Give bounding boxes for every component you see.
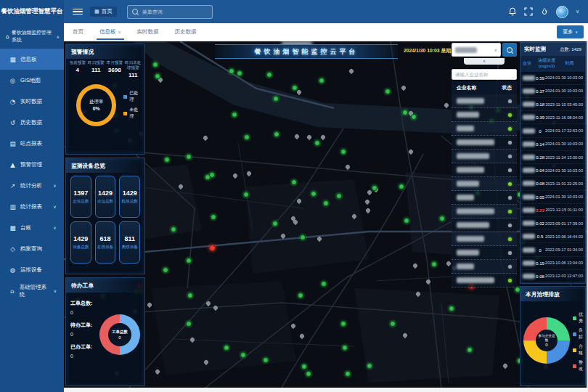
- company-list-item[interactable]: [452, 191, 517, 205]
- map-marker-offline-pin[interactable]: [177, 184, 183, 189]
- map-marker-offline-pin[interactable]: [412, 263, 418, 269]
- map-marker-online[interactable]: [266, 72, 272, 78]
- menu-search-box[interactable]: [127, 5, 213, 19]
- realtime-row[interactable]: 0.04 2024-01-30 10:03:00: [520, 164, 585, 177]
- map-marker-offline-pin[interactable]: [189, 337, 195, 343]
- sidebar-item[interactable]: ▩ 台账 ∨: [0, 217, 64, 238]
- map-marker-offline-pin[interactable]: [280, 232, 286, 238]
- map-marker-offline-pin[interactable]: [365, 207, 371, 213]
- map-marker-offline-pin[interactable]: [348, 68, 354, 74]
- map-marker-online[interactable]: [163, 267, 168, 273]
- map-marker-online[interactable]: [342, 345, 348, 351]
- map-marker-online[interactable]: [385, 89, 391, 94]
- map-marker-online[interactable]: [404, 218, 409, 224]
- map-marker-offline-pin[interactable]: [502, 363, 507, 369]
- map-marker-online[interactable]: [439, 216, 445, 221]
- sidebar-item[interactable]: ▦ 信息板 ∨: [0, 49, 64, 70]
- device-stat-card[interactable]: 1429 点位总数: [95, 176, 116, 218]
- sidebar-item[interactable]: ◇ 档案查询 ∨: [0, 238, 64, 259]
- page-tab[interactable]: 实时数据 ×: [137, 24, 159, 40]
- region-select[interactable]: ∨: [452, 43, 501, 57]
- realtime-row[interactable]: 0 2022-09-17 01:34:00: [520, 243, 585, 256]
- company-list-item[interactable]: [452, 205, 517, 219]
- sidebar-item[interactable]: ▲ 预警管理 ∨: [0, 154, 64, 175]
- realtime-row[interactable]: 2.22 2023-12-15 01:11:00: [520, 204, 585, 217]
- sidebar-item[interactable]: ↺ 历史数据 ∨: [0, 112, 64, 133]
- map-marker-online[interactable]: [164, 157, 170, 163]
- company-list-item[interactable]: [452, 94, 517, 108]
- realtime-row[interactable]: 0.37 2024-01-30 10:03:00: [520, 85, 585, 98]
- map-marker-online[interactable]: [229, 68, 234, 74]
- map-marker-offline-pin[interactable]: [402, 332, 408, 338]
- map-marker-online[interactable]: [319, 78, 324, 83]
- map-marker-online[interactable]: [274, 131, 279, 137]
- map-marker-online[interactable]: [340, 321, 346, 327]
- map-marker-online[interactable]: [301, 364, 307, 369]
- collapse-toggle[interactable]: ∧: [464, 58, 505, 65]
- map-marker-online[interactable]: [306, 371, 311, 377]
- map-marker-online[interactable]: [211, 214, 216, 220]
- bell-icon[interactable]: [508, 7, 517, 16]
- map-marker-online[interactable]: [399, 184, 404, 189]
- map-marker-online[interactable]: [314, 140, 320, 146]
- device-stat-card[interactable]: 618 在线设备: [95, 221, 116, 264]
- map-marker-online[interactable]: [209, 172, 215, 178]
- sidebar-item[interactable]: ◍ 运维设备 ∨: [0, 259, 64, 280]
- sidebar-item[interactable]: ↗ 统计分析 ∨: [0, 175, 64, 196]
- map-marker-offline-pin[interactable]: [425, 279, 431, 285]
- fullscreen-icon[interactable]: [524, 7, 533, 16]
- map-marker-offline-pin[interactable]: [320, 134, 326, 140]
- page-tab[interactable]: 历史数据 ×: [175, 24, 197, 40]
- device-stat-card[interactable]: 1429 设备总数: [70, 221, 91, 264]
- map-marker-online[interactable]: [431, 261, 437, 267]
- company-list-item[interactable]: [452, 219, 517, 232]
- map-marker-online[interactable]: [390, 321, 396, 327]
- map-marker-online[interactable]: [449, 306, 454, 311]
- more-button[interactable]: 更多 ∨: [557, 25, 584, 38]
- company-list-item[interactable]: [452, 232, 517, 246]
- map-marker-offline-pin[interactable]: [246, 170, 252, 176]
- company-list-item[interactable]: [452, 274, 517, 287]
- device-stat-card[interactable]: 1397 企业总数: [70, 176, 91, 218]
- device-stat-card[interactable]: 811 离线设备: [119, 221, 140, 264]
- map-marker-alert[interactable]: [209, 245, 216, 251]
- sidebar-item[interactable]: ◔ 实时数据 ∨: [0, 91, 64, 112]
- map-marker-online[interactable]: [171, 226, 176, 232]
- map-marker-offline-pin[interactable]: [317, 236, 322, 242]
- map-marker-online[interactable]: [273, 96, 279, 102]
- map-marker-online[interactable]: [323, 200, 329, 206]
- realtime-row[interactable]: 0 2024-01-17 22:53:00: [520, 124, 585, 137]
- close-icon[interactable]: ×: [118, 30, 121, 35]
- realtime-row[interactable]: 0.5 2023-10-06 16:44:00: [520, 230, 585, 243]
- company-list-item[interactable]: [452, 260, 517, 274]
- page-tab[interactable]: 信息板 ×: [99, 24, 121, 40]
- company-list-item[interactable]: [452, 122, 517, 136]
- map-marker-online[interactable]: [411, 114, 417, 120]
- map-marker-offline-pin[interactable]: [364, 198, 370, 204]
- home-breadcrumb-chip[interactable]: ▦ 首页: [90, 7, 117, 17]
- map-marker-online[interactable]: [300, 234, 306, 240]
- sidebar-item[interactable]: ▥ 统计报表 ∨: [0, 196, 64, 217]
- map-marker-online[interactable]: [340, 149, 346, 155]
- map-marker-offline-pin[interactable]: [290, 322, 296, 328]
- flame-icon[interactable]: [540, 7, 549, 16]
- realtime-row[interactable]: 0.08 2023-11-01 22:25:00: [520, 177, 585, 190]
- map-marker-offline-pin[interactable]: [415, 291, 420, 297]
- menu-search-input[interactable]: [141, 9, 202, 15]
- map-marker-offline-pin[interactable]: [155, 369, 160, 375]
- company-name-input[interactable]: [452, 69, 517, 80]
- map-marker-online[interactable]: [298, 293, 303, 298]
- map-marker-offline-pin[interactable]: [203, 359, 209, 365]
- realtime-row[interactable]: 0.14 2024-01-30 10:03:00: [520, 138, 585, 151]
- sidebar-item[interactable]: ◎ GIS地图 ∨: [0, 70, 64, 91]
- map-marker-online[interactable]: [467, 347, 473, 353]
- map-marker-online[interactable]: [336, 193, 342, 199]
- map-marker-online[interactable]: [402, 110, 408, 115]
- map-marker-offline-pin[interactable]: [146, 302, 152, 308]
- map-marker-offline-pin[interactable]: [444, 102, 449, 107]
- map-marker-online[interactable]: [367, 363, 372, 369]
- map-marker-online[interactable]: [243, 192, 249, 197]
- map-marker-offline-pin[interactable]: [299, 333, 305, 339]
- map-marker-online[interactable]: [224, 345, 229, 351]
- map-marker-offline-pin[interactable]: [306, 134, 312, 140]
